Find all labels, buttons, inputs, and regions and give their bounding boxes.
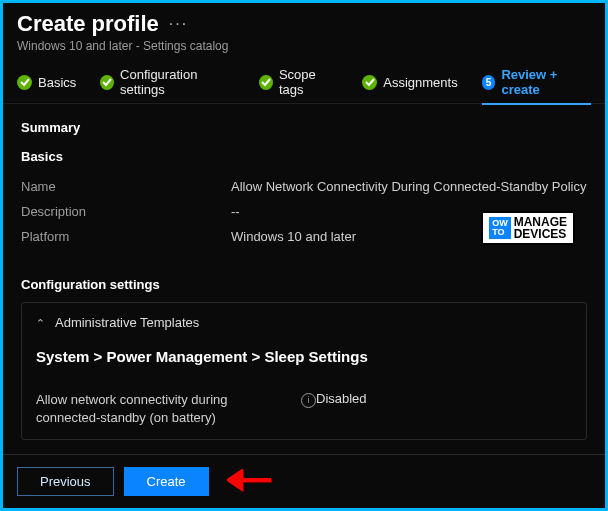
page-subtitle: Windows 10 and later - Settings catalog <box>17 39 591 53</box>
label: Description <box>21 204 231 219</box>
value: Allow Network Connectivity During Connec… <box>231 179 587 194</box>
check-icon <box>362 75 377 90</box>
setting-row: Allow network connectivity during connec… <box>36 391 572 427</box>
step-label: Scope tags <box>279 67 338 97</box>
step-config[interactable]: Configuration settings <box>100 67 235 97</box>
step-label: Basics <box>38 75 76 90</box>
step-assign[interactable]: Assignments <box>362 75 457 90</box>
basics-heading: Basics <box>21 149 587 164</box>
settings-breadcrumb: System > Power Management > Sleep Settin… <box>36 348 572 365</box>
wizard-footer: Previous Create <box>3 454 605 508</box>
config-heading: Configuration settings <box>21 277 587 292</box>
label: Platform <box>21 229 231 244</box>
step-label: Assignments <box>383 75 457 90</box>
row-name: Name Allow Network Connectivity During C… <box>21 174 587 199</box>
step-scope[interactable]: Scope tags <box>259 67 338 97</box>
check-icon <box>100 75 114 90</box>
wizard-steps: Basics Configuration settings Scope tags… <box>3 57 605 104</box>
accordion-admin-templates[interactable]: ⌄ Administrative Templates <box>36 315 572 330</box>
step-label: Configuration settings <box>120 67 235 97</box>
label: Name <box>21 179 231 194</box>
summary-heading: Summary <box>21 120 587 135</box>
watermark: OWTO MANAGEDEVICES <box>481 211 575 245</box>
page-title: Create profile <box>17 11 159 37</box>
config-panel: ⌄ Administrative Templates System > Powe… <box>21 302 587 440</box>
more-icon[interactable]: ··· <box>169 15 188 33</box>
step-label: Review + create <box>501 67 591 97</box>
step-review[interactable]: 5 Review + create <box>482 67 591 105</box>
setting-value: Disabled <box>316 391 367 406</box>
check-icon <box>259 75 273 90</box>
accordion-label: Administrative Templates <box>55 315 199 330</box>
setting-label: Allow network connectivity during connec… <box>36 391 295 427</box>
info-icon[interactable]: i <box>301 393 316 408</box>
create-button[interactable]: Create <box>124 467 209 496</box>
step-number-icon: 5 <box>482 75 496 90</box>
annotation-arrow-icon <box>227 469 271 495</box>
check-icon <box>17 75 32 90</box>
step-basics[interactable]: Basics <box>17 75 76 90</box>
previous-button[interactable]: Previous <box>17 467 114 496</box>
chevron-up-icon: ⌄ <box>36 316 45 329</box>
